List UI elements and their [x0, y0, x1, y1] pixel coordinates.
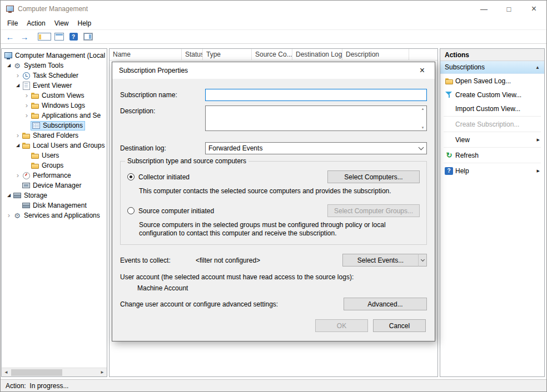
select-events-button[interactable]: Select Events...: [342, 254, 427, 267]
column-header-destination-log[interactable]: Destination Log: [292, 49, 342, 60]
tree-item-system-tools[interactable]: ◢ System Tools: [2, 61, 107, 71]
separator: [444, 116, 541, 117]
source-computer-initiated-radio[interactable]: [127, 207, 135, 214]
event-viewer-icon: [22, 82, 31, 89]
tree-item-local-users-groups[interactable]: ◢ Local Users and Groups: [2, 140, 107, 150]
tree-item-users[interactable]: Users: [2, 150, 107, 160]
action-open-saved-log[interactable]: Open Saved Log...: [440, 74, 544, 88]
tree-item-windows-logs[interactable]: › Windows Logs: [2, 100, 107, 110]
horizontal-scrollbar[interactable]: ◄ ►: [2, 368, 107, 376]
expander-icon[interactable]: ›: [14, 173, 22, 178]
column-header-name[interactable]: Name: [110, 49, 182, 60]
dialog-close-button[interactable]: ×: [410, 62, 435, 79]
select-events-dropdown[interactable]: [418, 254, 427, 267]
select-events-label[interactable]: Select Events...: [342, 254, 419, 267]
selected-tree-item[interactable]: Subscriptions: [31, 121, 85, 130]
scroll-down-icon[interactable]: ▼: [421, 126, 425, 129]
chevron-down-icon[interactable]: [416, 148, 426, 149]
expander-icon[interactable]: ›: [14, 73, 22, 78]
tree-item-label: System Tools: [24, 62, 63, 69]
select-computer-groups-button: Select Computer Groups...: [327, 204, 420, 217]
scroll-up-icon[interactable]: ▲: [421, 107, 425, 110]
folder-icon: [31, 102, 39, 109]
separator: [444, 132, 541, 132]
source-initiated-row: Source computer initiated Select Compute…: [127, 204, 420, 217]
tree-item-performance[interactable]: › Performance: [2, 170, 107, 180]
menu-action[interactable]: Action: [22, 18, 49, 28]
properties-button[interactable]: [52, 31, 66, 43]
menu-file[interactable]: File: [3, 18, 22, 28]
dialog-title: Subscription Properties: [112, 67, 188, 74]
column-header-status[interactable]: Status: [182, 49, 203, 60]
source-computer-initiated-label[interactable]: Source computer initiated: [138, 207, 327, 215]
expander-icon[interactable]: ◢: [14, 143, 22, 148]
tree-item-label: Custom Views: [42, 92, 84, 99]
cancel-button[interactable]: Cancel: [373, 319, 426, 332]
action-view[interactable]: View ▶: [440, 133, 544, 147]
tree-item-storage[interactable]: ◢ Storage: [2, 190, 107, 200]
tree-item-subscriptions[interactable]: Subscriptions: [2, 120, 107, 130]
scroll-left-icon[interactable]: ◄: [2, 370, 11, 375]
column-header-type[interactable]: Type: [203, 49, 252, 60]
menu-help[interactable]: Help: [73, 18, 96, 28]
expander-icon[interactable]: ›: [14, 133, 22, 138]
collector-initiated-radio[interactable]: [127, 173, 135, 180]
column-header-source-computers[interactable]: Source Co...: [252, 49, 292, 60]
expander-icon[interactable]: ›: [23, 103, 31, 108]
textarea-scrollbar[interactable]: ▲ ▼: [419, 106, 426, 130]
minimize-button[interactable]: —: [471, 1, 496, 17]
description-textarea[interactable]: ▲ ▼: [205, 105, 427, 131]
menu-view[interactable]: View: [50, 18, 73, 28]
tree-item-task-scheduler[interactable]: › Task Scheduler: [2, 71, 107, 81]
user-account-value: Machine Account: [137, 284, 427, 292]
tree-item-computer-management[interactable]: Computer Management (Local: [2, 51, 107, 61]
collapse-chevron-icon[interactable]: ▲: [535, 65, 540, 70]
expander-icon[interactable]: ›: [23, 93, 31, 98]
subscription-type-groupbox: Subscription type and source computers C…: [120, 161, 427, 245]
expander-icon[interactable]: ◢: [5, 63, 13, 68]
dialog-title-bar: Subscription Properties ×: [112, 62, 435, 79]
expander-icon[interactable]: ◢: [5, 193, 13, 198]
select-computers-button[interactable]: Select Computers...: [327, 170, 420, 183]
tree-item-services-applications[interactable]: › Services and Applications: [2, 210, 107, 220]
subscription-name-input[interactable]: [205, 89, 427, 101]
show-console-tree-button[interactable]: [38, 31, 51, 43]
advanced-button[interactable]: Advanced...: [344, 298, 427, 310]
column-header-description[interactable]: Description: [342, 49, 409, 60]
expander-icon[interactable]: ›: [5, 213, 13, 218]
expander-icon[interactable]: ›: [23, 113, 31, 118]
tree-item-device-manager[interactable]: Device Manager: [2, 180, 107, 190]
action-create-custom-view[interactable]: Create Custom View...: [440, 88, 544, 102]
forward-button[interactable]: →: [18, 31, 31, 43]
tree-item-applications-logs[interactable]: › Applications and Se: [2, 110, 107, 120]
properties-window-icon: [54, 33, 64, 41]
collector-description: This computer contacts the selected sour…: [139, 187, 420, 195]
actions-group-subscriptions[interactable]: Subscriptions ▲: [440, 61, 544, 74]
destination-log-select[interactable]: Forwarded Events: [205, 142, 427, 154]
tree-item-event-viewer[interactable]: ◢ Event Viewer: [2, 81, 107, 91]
collector-initiated-row: Collector initiated Select Computers...: [127, 170, 420, 183]
show-action-pane-button[interactable]: [81, 31, 95, 43]
action-import-custom-view[interactable]: Import Custom View...: [440, 102, 544, 115]
collector-initiated-label[interactable]: Collector initiated: [138, 173, 327, 181]
action-refresh[interactable]: Refresh: [440, 148, 544, 162]
action-help[interactable]: Help ▶: [440, 164, 544, 178]
tree-item-shared-folders[interactable]: › Shared Folders: [2, 130, 107, 140]
computer-icon: [4, 52, 13, 59]
expander-icon[interactable]: ◢: [14, 83, 22, 88]
scroll-right-icon[interactable]: ►: [98, 370, 107, 375]
destination-log-value: Forwarded Events: [208, 144, 416, 152]
back-button[interactable]: ←: [3, 31, 17, 43]
scrollbar-thumb[interactable]: [11, 369, 62, 376]
forward-arrow-icon: →: [21, 33, 29, 41]
action-create-subscription: Create Subscription...: [440, 117, 544, 131]
close-button[interactable]: ×: [521, 1, 546, 17]
title-bar: Computer Management — □ ×: [1, 1, 546, 17]
tree-item-custom-views[interactable]: › Custom Views: [2, 91, 107, 100]
help-icon: [69, 33, 78, 41]
tree-item-groups[interactable]: Groups: [2, 160, 107, 170]
tree-item-label: Task Scheduler: [33, 72, 78, 79]
tree-item-disk-management[interactable]: Disk Management: [2, 200, 107, 210]
maximize-button[interactable]: □: [496, 1, 521, 17]
help-toolbar-button[interactable]: [67, 31, 80, 43]
